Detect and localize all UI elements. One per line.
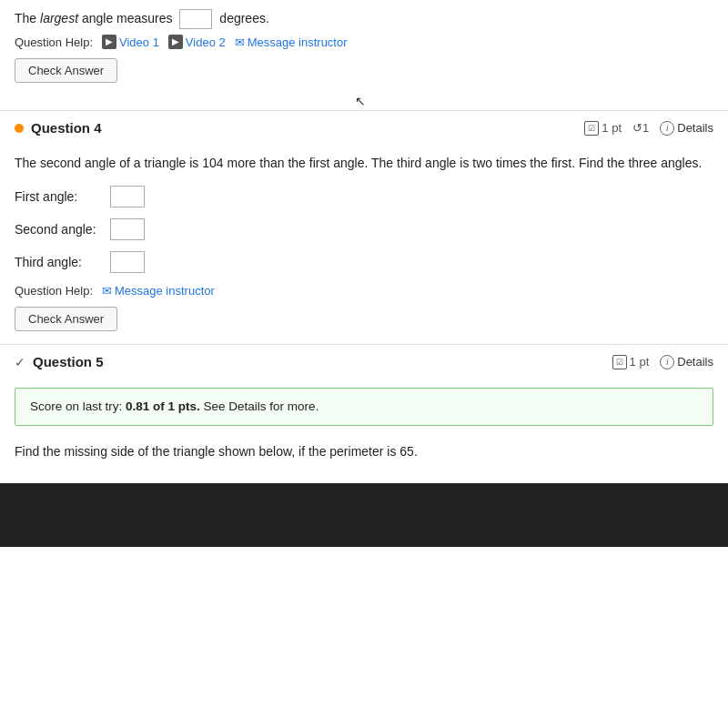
third-angle-row: Third angle: (15, 251, 713, 273)
score-text: Score on last try: (30, 399, 126, 413)
info-icon-q5: i (660, 355, 674, 369)
text-italic: largest (40, 11, 78, 25)
question5-section: ✓ Question 5 ☑ 1 pt i Details Score on l… (0, 344, 728, 474)
video1-icon: ▶ (102, 35, 116, 49)
q5-details-link[interactable]: i Details (660, 355, 713, 369)
first-angle-label: First angle: (15, 189, 110, 204)
q5-score-box: Score on last try: 0.81 of 1 pts. See De… (15, 388, 713, 426)
message-instructor-label-2: Message instructor (115, 284, 215, 298)
message-instructor-label-1: Message instructor (248, 35, 348, 49)
cursor-area: ↖ (0, 92, 728, 110)
text-end: degrees. (219, 11, 268, 25)
prev-question-text: The largest angle measures degrees. (15, 9, 713, 29)
message-instructor-link-1[interactable]: ✉ Message instructor (235, 35, 348, 49)
video2-label: Video 2 (186, 35, 226, 49)
q5-details-label: Details (677, 355, 713, 369)
second-angle-input[interactable] (110, 218, 145, 240)
q4-pts-badge: ☑ 1 pt (584, 121, 622, 136)
question5-header: ✓ Question 5 ☑ 1 pt i Details (0, 344, 728, 379)
q5-pts-label: 1 pt (630, 355, 650, 369)
q5-pts-badge: ☑ 1 pt (612, 355, 650, 369)
q4-prompt: The second angle of a triangle is 104 mo… (15, 154, 713, 173)
q4-retry-count: 1 (642, 121, 649, 135)
second-angle-row: Second angle: (15, 218, 713, 240)
question4-header: Question 4 ☑ 1 pt ↺ 1 i Details (0, 111, 728, 145)
video2-icon: ▶ (168, 35, 183, 49)
q4-details-link[interactable]: i Details (660, 121, 713, 136)
q4-pts-label: 1 pt (602, 121, 622, 135)
q4-title: Question 4 (31, 120, 102, 136)
video1-link[interactable]: ▶ Video 1 (102, 35, 159, 49)
q4-header-right: ☑ 1 pt ↺ 1 i Details (584, 121, 713, 136)
envelope-icon-1: ✉ (235, 35, 245, 49)
q4-retry-badge: ↺ 1 (632, 121, 649, 135)
third-angle-input[interactable] (110, 251, 145, 273)
text-before: The (15, 11, 40, 25)
page: The largest angle measures degrees. Ques… (0, 0, 728, 728)
third-angle-label: Third angle: (15, 255, 110, 269)
cursor-arrow: ↖ (355, 94, 366, 108)
pts-checkbox-icon-q5: ☑ (612, 355, 627, 369)
check-answer-button-prev[interactable]: Check Answer (15, 58, 117, 83)
message-instructor-link-2[interactable]: ✉ Message instructor (102, 284, 215, 298)
second-angle-label: Second angle: (15, 222, 110, 237)
prev-question-section: The largest angle measures degrees. Ques… (0, 0, 728, 92)
prev-help-label: Question Help: (15, 35, 93, 49)
q4-help-label: Question Help: (15, 284, 93, 298)
largest-angle-input[interactable] (179, 9, 212, 29)
q5-check-mark: ✓ (15, 355, 25, 369)
q5-prompt: Find the missing side of the triangle sh… (0, 435, 728, 474)
pts-checkbox-icon: ☑ (584, 121, 599, 136)
q4-help-row: Question Help: ✉ Message instructor (15, 284, 713, 298)
envelope-icon-2: ✉ (102, 284, 112, 298)
q4-header-left: Question 4 (15, 120, 102, 136)
q5-header-right: ☑ 1 pt i Details (612, 355, 713, 369)
first-angle-input[interactable] (110, 186, 145, 207)
q4-details-label: Details (677, 121, 713, 135)
video2-link[interactable]: ▶ Video 2 (168, 35, 226, 49)
text-after: angle measures (78, 11, 173, 25)
first-angle-row: First angle: (15, 186, 713, 207)
check-answer-button-q4[interactable]: Check Answer (15, 307, 117, 331)
q5-header-left: ✓ Question 5 (15, 354, 104, 369)
q4-status-dot (15, 124, 24, 133)
score-bold: 0.81 of 1 pts. (126, 399, 200, 413)
prev-question-help-row: Question Help: ▶ Video 1 ▶ Video 2 ✉ Mes… (15, 35, 713, 49)
score-after: See Details for more. (200, 399, 319, 413)
video1-label: Video 1 (119, 35, 159, 49)
retry-icon-symbol: ↺ (632, 121, 642, 135)
info-icon-q4: i (660, 121, 674, 136)
bottom-bar (0, 483, 728, 547)
question4-body: The second angle of a triangle is 104 mo… (0, 145, 728, 344)
q5-title: Question 5 (33, 354, 104, 369)
